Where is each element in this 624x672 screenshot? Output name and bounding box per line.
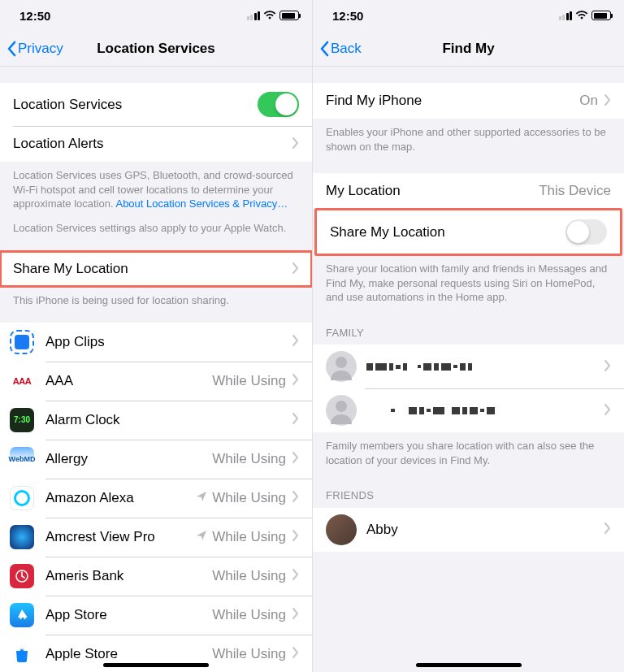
friend-row[interactable]: Abby: [313, 508, 624, 552]
battery-icon: [592, 11, 611, 20]
app-icon: [10, 603, 34, 627]
app-name: App Store: [46, 607, 212, 623]
wifi-icon: [263, 11, 276, 20]
row-detail: This Device: [539, 183, 611, 199]
svg-point-1: [336, 357, 347, 368]
phone-location-services: 12:50 Privacy Location Services Location…: [0, 0, 312, 672]
chevron-right-icon: [292, 647, 299, 661]
family-footer: Family members you share location with c…: [313, 432, 624, 474]
phone-find-my: 12:50 Back Find My Find My iPhone On Ena…: [312, 0, 624, 672]
find-my-iphone-row[interactable]: Find My iPhone On: [313, 83, 624, 119]
app-icon: [10, 642, 34, 666]
row-label: Share My Location: [330, 224, 566, 241]
app-icon: [10, 486, 34, 510]
row-detail: On: [579, 93, 598, 109]
app-row-aaa[interactable]: AAAAAAWhile Using: [0, 362, 312, 401]
app-status: While Using: [212, 607, 286, 623]
share-my-location-row[interactable]: Share My Location: [0, 251, 312, 287]
status-icons: [247, 11, 300, 20]
row-label: Find My iPhone: [326, 93, 579, 109]
friends-header: FRIENDS: [313, 474, 624, 508]
friend-name: Abby: [366, 514, 598, 545]
location-footer-1: Location Services uses GPS, Bluetooth, a…: [0, 162, 312, 218]
app-icon: [10, 330, 34, 354]
redacted-name: [366, 360, 598, 373]
cellular-icon: [559, 11, 573, 20]
group-share: Share My Location: [0, 251, 312, 287]
app-row-alarm-clock[interactable]: 7:30Alarm Clock: [0, 401, 312, 440]
chevron-right-icon: [292, 374, 299, 388]
back-button[interactable]: Privacy: [6, 41, 63, 57]
about-privacy-link[interactable]: About Location Services & Privacy…: [115, 197, 288, 210]
location-services-row[interactable]: Location Services: [0, 83, 312, 126]
fmi-footer: Enables your iPhone and other supported …: [313, 119, 624, 160]
nav-bar: Privacy Location Services: [0, 31, 312, 67]
app-icon: [10, 525, 34, 549]
app-status: While Using: [212, 568, 286, 584]
share-my-location-switch[interactable]: [566, 219, 607, 245]
status-time: 12:50: [20, 9, 50, 23]
chevron-right-icon: [292, 530, 299, 544]
cellular-icon: [247, 11, 261, 20]
app-name: Amazon Alexa: [46, 490, 196, 506]
svg-point-2: [336, 401, 347, 412]
share-my-location-row[interactable]: Share My Location: [317, 210, 620, 254]
group-friends: Abby: [313, 508, 624, 552]
highlight-share-row: Share My Location: [314, 208, 622, 256]
app-name: App Clips: [46, 334, 286, 350]
family-member-row[interactable]: [313, 388, 624, 432]
chevron-right-icon: [604, 404, 611, 418]
nav-bar: Back Find My: [313, 31, 624, 67]
location-alerts-row[interactable]: Location Alerts: [0, 126, 312, 162]
group-location: Location Services Location Alerts: [0, 83, 312, 162]
content-scroll[interactable]: Find My iPhone On Enables your iPhone an…: [313, 67, 624, 672]
avatar: [326, 351, 357, 382]
row-label: Location Services: [13, 97, 258, 113]
app-name: Apple Store: [46, 646, 212, 662]
group-my-location: My Location This Device: [313, 173, 624, 209]
home-indicator[interactable]: [416, 663, 522, 667]
app-row-allergy[interactable]: WebMDAllergyWhile Using: [0, 440, 312, 479]
row-label: Location Alerts: [13, 136, 286, 152]
back-button[interactable]: Back: [319, 41, 362, 57]
app-name: Alarm Clock: [46, 412, 286, 428]
wifi-icon: [575, 11, 588, 20]
app-icon: WebMD: [10, 447, 34, 471]
chevron-right-icon: [292, 569, 299, 583]
chevron-left-icon: [6, 41, 16, 57]
family-header: FAMILY: [313, 311, 624, 345]
family-member-row[interactable]: [313, 345, 624, 388]
app-status: While Using: [212, 529, 286, 545]
app-row-amazon-alexa[interactable]: Amazon AlexaWhile Using: [0, 479, 312, 518]
share-footer: This iPhone is being used for location s…: [0, 287, 312, 314]
app-status: While Using: [212, 451, 286, 467]
app-status: While Using: [212, 373, 286, 389]
app-icon: [10, 564, 34, 588]
content-scroll[interactable]: Location Services Location Alerts Locati…: [0, 67, 312, 672]
app-icon: 7:30: [10, 408, 34, 432]
back-label: Privacy: [18, 41, 63, 57]
chevron-right-icon: [604, 94, 611, 108]
app-status: While Using: [212, 490, 286, 506]
group-share-location: Share My Location: [317, 210, 620, 254]
battery-icon: [280, 11, 299, 20]
app-row-app-store[interactable]: App StoreWhile Using: [0, 596, 312, 635]
home-indicator[interactable]: [103, 663, 209, 667]
chevron-right-icon: [292, 413, 299, 427]
chevron-right-icon: [604, 360, 611, 374]
redacted-name: [366, 404, 598, 417]
my-location-row[interactable]: My Location This Device: [313, 173, 624, 209]
location-services-switch[interactable]: [258, 92, 299, 117]
location-arrow-icon: [196, 491, 207, 505]
chevron-right-icon: [292, 608, 299, 622]
status-bar: 12:50: [0, 0, 312, 31]
app-name: Ameris Bank: [46, 568, 212, 584]
app-row-ameris-bank[interactable]: Ameris BankWhile Using: [0, 557, 312, 596]
app-icon: AAA: [10, 369, 34, 393]
app-row-app-clips[interactable]: App Clips: [0, 323, 312, 362]
status-time: 12:50: [332, 9, 363, 23]
app-row-amcrest-view-pro[interactable]: Amcrest View ProWhile Using: [0, 518, 312, 557]
status-bar: 12:50: [313, 0, 624, 31]
share-footer: Share your location with family and frie…: [313, 255, 624, 311]
location-arrow-icon: [196, 530, 207, 544]
